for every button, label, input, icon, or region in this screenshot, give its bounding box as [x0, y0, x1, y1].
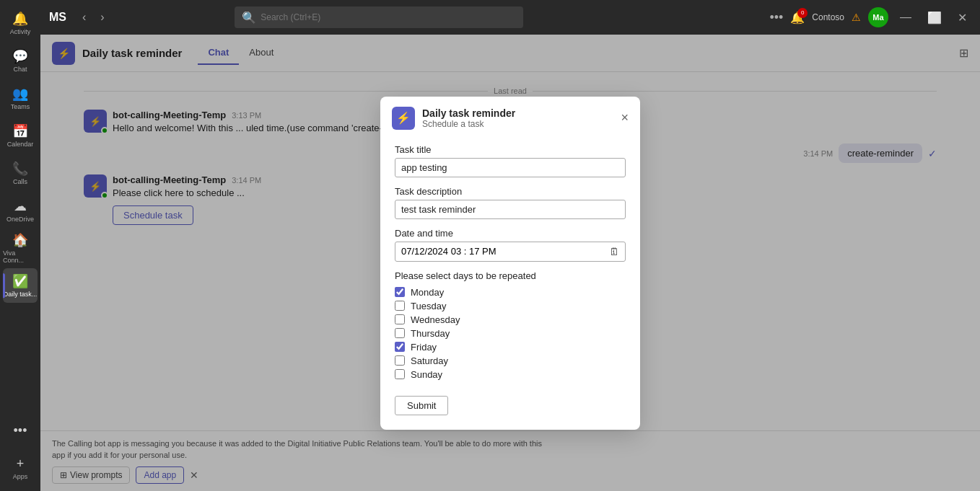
modal-overlay: ⚡ Daily task reminder Schedule a task × …	[40, 35, 980, 491]
sidebar-item-calls[interactable]: 📞 Calls	[3, 156, 38, 190]
topbar: MS ‹ › 🔍 ••• 🔔 0 Contoso ⚠ Ma — ⬜ ✕	[40, 0, 980, 35]
day-wednesday-row: Wednesday	[395, 314, 626, 325]
sidebar-item-calendar[interactable]: 📅 Calendar	[3, 118, 38, 153]
day-tuesday-label[interactable]: Tuesday	[411, 301, 446, 311]
minimize-button[interactable]: —	[896, 8, 916, 27]
sidebar-item-viva[interactable]: 🏠 Viva Conn...	[3, 231, 38, 265]
day-saturday-label[interactable]: Saturday	[411, 355, 448, 366]
notification-icon[interactable]: 🔔 0	[790, 11, 805, 25]
modal-dialog: ⚡ Daily task reminder Schedule a task × …	[380, 97, 640, 430]
day-monday-label[interactable]: Monday	[411, 287, 444, 298]
modal-title-group: Daily task reminder Schedule a task	[422, 107, 515, 129]
close-button[interactable]: ✕	[953, 8, 971, 27]
sidebar-item-apps[interactable]: + Apps	[3, 451, 38, 485]
chat-icon: 💬	[12, 48, 28, 64]
task-desc-input[interactable]	[395, 200, 626, 219]
day-friday-label[interactable]: Friday	[411, 342, 437, 353]
search-icon: 🔍	[242, 11, 256, 25]
sidebar-item-more[interactable]: •••	[3, 413, 38, 448]
datetime-group: Date and time 07/12/2024 03 : 17 PM 🗓	[395, 228, 626, 262]
datetime-value[interactable]: 07/12/2024 03 : 17 PM	[401, 246, 609, 257]
day-monday-row: Monday	[395, 287, 626, 298]
sidebar-item-daily[interactable]: ✅ Daily task...	[3, 268, 38, 303]
apps-icon: +	[17, 456, 25, 472]
maximize-button[interactable]: ⬜	[923, 8, 946, 27]
modal-header-left: ⚡ Daily task reminder Schedule a task	[392, 107, 515, 130]
back-button[interactable]: ‹	[78, 8, 90, 27]
warning-icon: ⚠	[852, 12, 861, 23]
avatar-group: Ma	[868, 7, 888, 27]
search-input[interactable]	[261, 12, 516, 22]
modal-title: Daily task reminder	[422, 107, 515, 119]
sidebar: 🔔 Activity 💬 Chat 👥 Teams 📅 Calendar 📞 C…	[0, 0, 40, 491]
day-saturday-checkbox[interactable]	[395, 355, 405, 366]
datetime-container: 07/12/2024 03 : 17 PM 🗓	[395, 242, 626, 262]
more-options-button[interactable]: •••	[769, 10, 783, 25]
more-icon: •••	[14, 423, 27, 438]
sidebar-item-onedrive[interactable]: ☁ OneDrive	[3, 193, 38, 228]
day-wednesday-checkbox[interactable]	[395, 314, 405, 324]
day-friday-checkbox[interactable]	[395, 342, 405, 352]
search-box[interactable]: 🔍	[235, 6, 523, 28]
topbar-right: ••• 🔔 0 Contoso ⚠ Ma — ⬜ ✕	[769, 7, 971, 27]
day-tuesday-row: Tuesday	[395, 301, 626, 311]
task-desc-label: Task description	[395, 186, 626, 197]
day-thursday-row: Thursday	[395, 328, 626, 339]
task-desc-group: Task description	[395, 186, 626, 219]
datetime-picker-icon[interactable]: 🗓	[609, 246, 619, 257]
modal-body: Task title Task description Date and tim…	[380, 137, 640, 430]
teams-icon: 👥	[12, 86, 28, 102]
day-saturday-row: Saturday	[395, 355, 626, 366]
modal-subtitle: Schedule a task	[422, 119, 515, 129]
calls-icon: 📞	[12, 161, 28, 177]
sidebar-item-activity[interactable]: 🔔 Activity	[3, 6, 38, 40]
submit-button[interactable]: Submit	[395, 396, 448, 415]
contoso-label: Contoso	[812, 12, 844, 22]
notification-badge: 0	[797, 8, 808, 18]
day-wednesday-label[interactable]: Wednesday	[411, 314, 460, 325]
task-title-label: Task title	[395, 144, 626, 155]
app-logo: MS	[49, 11, 66, 24]
day-friday-row: Friday	[395, 342, 626, 353]
task-title-group: Task title	[395, 144, 626, 177]
day-thursday-label[interactable]: Thursday	[411, 328, 450, 339]
days-label: Please select days to be repeated	[395, 270, 626, 281]
datetime-label: Date and time	[395, 228, 626, 239]
forward-button[interactable]: ›	[96, 8, 108, 27]
day-thursday-checkbox[interactable]	[395, 328, 405, 338]
calendar-icon: 📅	[12, 123, 28, 139]
task-title-input[interactable]	[395, 158, 626, 177]
viva-icon: 🏠	[12, 232, 28, 248]
avatar[interactable]: Ma	[868, 7, 888, 27]
day-sunday-label[interactable]: Sunday	[411, 369, 442, 380]
day-monday-checkbox[interactable]	[395, 287, 405, 297]
days-group: Please select days to be repeated Monday…	[395, 270, 626, 380]
modal-header: ⚡ Daily task reminder Schedule a task ×	[380, 97, 640, 137]
modal-bot-icon: ⚡	[392, 107, 415, 130]
content-area: ⚡ Daily task reminder Chat About ⊞ Last …	[40, 35, 980, 491]
onedrive-icon: ☁	[14, 198, 27, 214]
day-sunday-row: Sunday	[395, 369, 626, 380]
day-sunday-checkbox[interactable]	[395, 369, 405, 379]
activity-icon: 🔔	[12, 11, 28, 27]
day-tuesday-checkbox[interactable]	[395, 301, 405, 311]
daily-icon: ✅	[12, 273, 28, 289]
main-area: MS ‹ › 🔍 ••• 🔔 0 Contoso ⚠ Ma — ⬜ ✕	[40, 0, 980, 491]
modal-close-button[interactable]: ×	[621, 110, 629, 125]
sidebar-item-chat[interactable]: 💬 Chat	[3, 43, 38, 78]
sidebar-item-teams[interactable]: 👥 Teams	[3, 81, 38, 115]
